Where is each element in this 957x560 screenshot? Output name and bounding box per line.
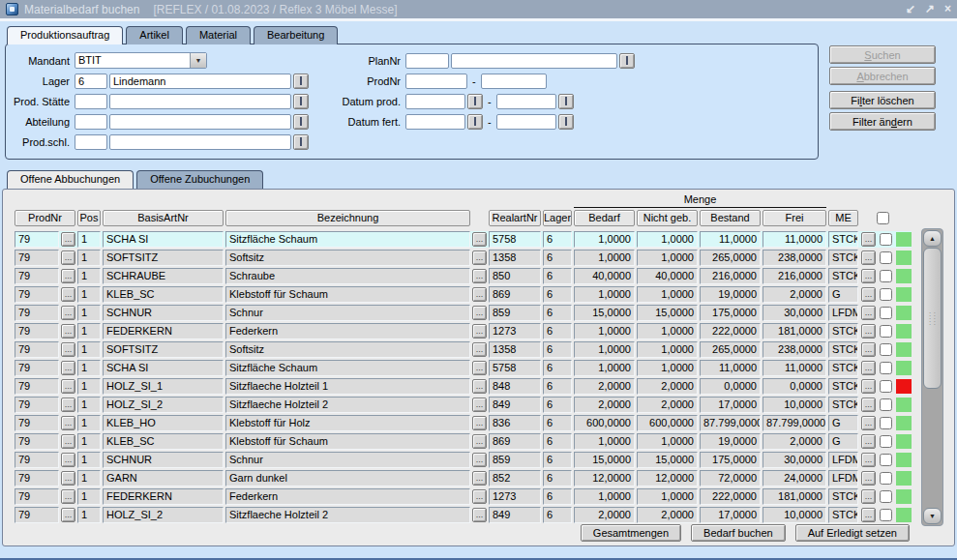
bezeichnung-lookup-button[interactable]: ...	[472, 342, 487, 357]
cell-nicht-geb[interactable]: 1,0000	[637, 488, 698, 505]
row-checkbox[interactable]	[880, 472, 892, 485]
bezeichnung-lookup-button[interactable]: ...	[472, 398, 487, 412]
cell-basisartnr[interactable]: SCHA SI	[103, 360, 224, 376]
bezeichnung-lookup-button[interactable]: ...	[472, 324, 487, 339]
row-checkbox[interactable]	[880, 398, 892, 411]
cell-bedarf[interactable]: 1,0000	[574, 231, 635, 248]
cell-prodnr[interactable]: 79	[15, 360, 59, 376]
cell-bezeichnung[interactable]: Garn dunkel	[225, 470, 470, 486]
cell-lager[interactable]: 6	[543, 341, 572, 358]
prodschl-code-field[interactable]	[75, 134, 107, 150]
cell-pos[interactable]: 1	[77, 452, 101, 468]
header-frei[interactable]: Frei	[763, 210, 826, 226]
cell-bestand[interactable]: 216,0000	[700, 268, 761, 284]
cell-realartnr[interactable]: 836	[489, 415, 541, 431]
row-checkbox[interactable]	[880, 288, 892, 301]
cell-frei[interactable]: 10,0000	[763, 507, 826, 523]
prodschl-lookup-button[interactable]	[293, 134, 309, 150]
cell-realartnr[interactable]: 852	[489, 470, 541, 486]
cell-nicht-geb[interactable]: 1,0000	[637, 231, 698, 248]
cell-lager[interactable]: 6	[543, 378, 572, 395]
cell-pos[interactable]: 1	[77, 286, 101, 303]
cell-me[interactable]: STCK	[828, 360, 858, 376]
row-checkbox[interactable]	[880, 251, 892, 264]
row-checkbox[interactable]	[880, 343, 892, 356]
footer-action-button[interactable]: Auf Erledigt setzen	[795, 524, 910, 542]
chevron-down-icon[interactable]	[190, 53, 206, 68]
main-tab[interactable]: Artikel	[126, 26, 183, 44]
cell-realartnr[interactable]: 849	[489, 397, 541, 413]
datumprod-from-calendar-button[interactable]	[467, 94, 483, 109]
cell-basisartnr[interactable]: KLEB_SC	[103, 433, 224, 450]
prodnr-lookup-button[interactable]: ...	[61, 232, 75, 247]
cell-me[interactable]: STCK	[828, 378, 858, 395]
cell-prodnr[interactable]: 79	[15, 507, 59, 523]
scrollbar-track[interactable]	[922, 389, 942, 507]
main-tab[interactable]: Material	[186, 26, 251, 44]
cell-nicht-geb[interactable]: 1,0000	[637, 360, 698, 376]
datumfert-from-calendar-button[interactable]	[467, 114, 483, 130]
header-bedarf[interactable]: Bedarf	[574, 210, 635, 226]
cell-prodnr[interactable]: 79	[15, 378, 59, 395]
vertical-scrollbar[interactable]	[921, 228, 943, 526]
cell-basisartnr[interactable]: KLEB_SC	[103, 286, 224, 303]
cell-nicht-geb[interactable]: 2,0000	[637, 507, 698, 523]
cell-lager[interactable]: 6	[543, 415, 572, 431]
header-realartnr[interactable]: RealartNr	[489, 210, 541, 226]
cell-lager[interactable]: 6	[543, 488, 572, 505]
cell-lager[interactable]: 6	[543, 452, 572, 468]
cell-lager[interactable]: 6	[543, 360, 572, 376]
cell-frei[interactable]: 10,0000	[763, 397, 826, 413]
cell-bestand[interactable]: 222,0000	[700, 488, 761, 505]
abteilung-lookup-button[interactable]	[293, 114, 309, 130]
bezeichnung-lookup-button[interactable]: ...	[472, 416, 487, 430]
prodnr-lookup-button[interactable]: ...	[61, 434, 75, 449]
cell-bedarf[interactable]: 1,0000	[574, 341, 635, 358]
cell-bestand[interactable]: 19,0000	[700, 433, 761, 450]
select-all-checkbox[interactable]	[877, 212, 889, 224]
close-icon[interactable]: ×	[944, 0, 951, 18]
cell-bedarf[interactable]: 1,0000	[574, 433, 635, 450]
cell-basisartnr[interactable]: SCHNUR	[103, 305, 224, 321]
cell-bedarf[interactable]: 1,0000	[574, 488, 635, 505]
row-detail-button[interactable]: ...	[861, 324, 876, 339]
restore-icon[interactable]: ↙	[906, 0, 915, 18]
datumprod-from-field[interactable]	[405, 94, 465, 109]
cell-me[interactable]: STCK	[828, 268, 858, 284]
cell-bezeichnung[interactable]: Schnur	[225, 305, 470, 321]
cell-lager[interactable]: 6	[543, 268, 572, 284]
cell-lager[interactable]: 6	[543, 470, 572, 486]
cell-bezeichnung[interactable]: Schraube	[225, 268, 470, 284]
cell-pos[interactable]: 1	[77, 231, 101, 248]
cell-nicht-geb[interactable]: 1,0000	[637, 286, 698, 303]
row-detail-button[interactable]: ...	[861, 269, 876, 283]
row-detail-button[interactable]: ...	[861, 287, 876, 302]
row-checkbox[interactable]	[880, 362, 892, 374]
cell-basisartnr[interactable]: SOFTSITZ	[103, 250, 224, 266]
bezeichnung-lookup-button[interactable]: ...	[472, 232, 487, 247]
row-detail-button[interactable]: ...	[861, 434, 876, 449]
cell-nicht-geb[interactable]: 2,0000	[637, 397, 698, 413]
cell-bestand[interactable]: 11,0000	[700, 360, 761, 376]
cell-frei[interactable]: 11,0000	[763, 231, 826, 248]
row-detail-button[interactable]: ...	[861, 508, 876, 522]
cell-realartnr[interactable]: 1358	[489, 341, 541, 358]
row-detail-button[interactable]: ...	[861, 251, 876, 265]
suchen-button[interactable]: Suchen	[829, 45, 936, 64]
cell-me[interactable]: STCK	[828, 488, 858, 505]
mandant-select[interactable]: BTIT	[75, 52, 207, 69]
plannr-lookup-button[interactable]	[619, 53, 635, 69]
cell-bestand[interactable]: 11,0000	[700, 231, 761, 248]
abbrechen-button[interactable]: Abbrechen	[829, 67, 936, 85]
cell-basisartnr[interactable]: SCHRAUBE	[103, 268, 224, 284]
cell-bedarf[interactable]: 15,0000	[574, 305, 635, 321]
cell-pos[interactable]: 1	[77, 397, 101, 413]
footer-action-button[interactable]: Gesamtmengen	[581, 524, 681, 542]
cell-prodnr[interactable]: 79	[15, 470, 59, 486]
row-checkbox[interactable]	[880, 325, 892, 338]
cell-frei[interactable]: 0,0000	[763, 378, 826, 395]
prodstaette-code-field[interactable]	[75, 94, 107, 109]
datumfert-from-field[interactable]	[405, 114, 465, 130]
cell-bezeichnung[interactable]: Federkern	[225, 323, 470, 339]
abteilung-code-field[interactable]	[75, 114, 107, 130]
